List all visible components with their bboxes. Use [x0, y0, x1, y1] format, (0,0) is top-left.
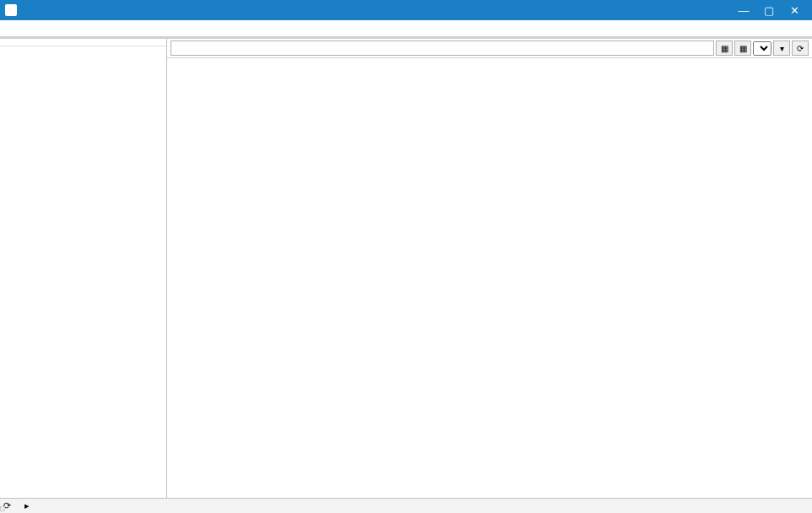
minimize-button[interactable]: —: [731, 4, 756, 17]
save-icon[interactable]: ▦: [716, 40, 733, 56]
table-wrap[interactable]: [167, 58, 812, 498]
titlebar: — ▢ ✕: [0, 0, 812, 20]
main-panel: ▦ ▦ ▾ ⟳: [167, 39, 812, 498]
maximize-button[interactable]: ▢: [756, 4, 782, 17]
save2-icon[interactable]: ▦: [734, 40, 751, 56]
search-input[interactable]: [171, 40, 714, 56]
refresh-icon[interactable]: ⟳: [792, 40, 809, 56]
expand-icon[interactable]: ▸: [24, 500, 30, 511]
filter-select[interactable]: [753, 41, 771, 56]
statusbar: ⟳ ▸: [0, 498, 812, 513]
app-icon: [5, 4, 17, 16]
sidebar: [0, 39, 167, 498]
dropdown-icon[interactable]: ▾: [773, 40, 790, 56]
menubar: [0, 20, 812, 37]
search-row: ▦ ▦ ▾ ⟳: [167, 39, 812, 58]
close-button[interactable]: ✕: [782, 4, 807, 17]
